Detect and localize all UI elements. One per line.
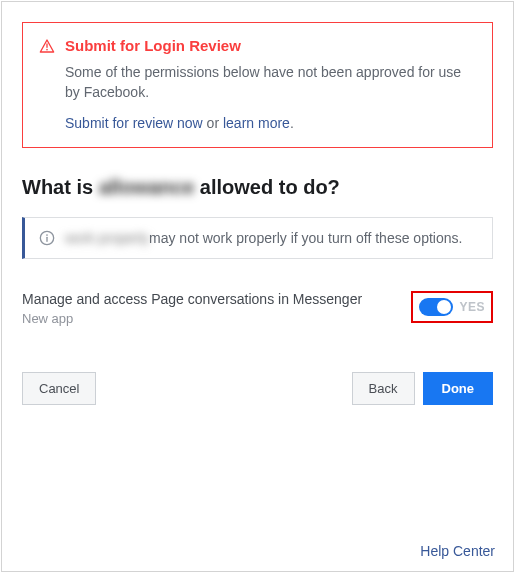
- permission-toggle[interactable]: [419, 298, 453, 316]
- toggle-highlight-box: YES: [411, 291, 493, 323]
- toggle-label: YES: [459, 300, 485, 314]
- dialog-container: Submit for Login Review Some of the perm…: [1, 1, 514, 572]
- info-text-wrap: work properlymay not work properly if yo…: [65, 230, 462, 246]
- learn-more-link[interactable]: learn more: [223, 115, 290, 131]
- alert-period: .: [290, 115, 294, 131]
- alert-header: Submit for Login Review: [39, 37, 476, 54]
- permission-row: Manage and access Page conversations in …: [22, 291, 493, 326]
- alert-or-text: or: [203, 115, 223, 131]
- info-bar: work properlymay not work properly if yo…: [22, 217, 493, 259]
- help-center-link[interactable]: Help Center: [420, 543, 495, 559]
- button-row: Cancel Back Done: [22, 372, 493, 405]
- permission-text: Manage and access Page conversations in …: [22, 291, 411, 326]
- info-blurred: work properly: [65, 230, 149, 246]
- alert-body: Some of the permissions below have not b…: [65, 62, 476, 103]
- page-heading: What is allowance allowed to do?: [22, 176, 493, 199]
- info-text: may not work properly if you turn off th…: [149, 230, 462, 246]
- submit-review-link[interactable]: Submit for review now: [65, 115, 203, 131]
- heading-appname-blurred: allowance: [99, 176, 195, 199]
- info-icon: [39, 230, 55, 246]
- warning-icon: [39, 38, 55, 54]
- heading-prefix: What is: [22, 176, 99, 198]
- button-group-right: Back Done: [352, 372, 493, 405]
- heading-suffix: allowed to do?: [200, 176, 340, 198]
- cancel-button[interactable]: Cancel: [22, 372, 96, 405]
- permission-subtitle: New app: [22, 311, 401, 326]
- svg-point-1: [46, 48, 48, 50]
- alert-title: Submit for Login Review: [65, 37, 241, 54]
- done-button[interactable]: Done: [423, 372, 494, 405]
- alert-links: Submit for review now or learn more.: [65, 115, 476, 131]
- login-review-alert: Submit for Login Review Some of the perm…: [22, 22, 493, 148]
- svg-point-3: [46, 234, 48, 236]
- back-button[interactable]: Back: [352, 372, 415, 405]
- permission-title: Manage and access Page conversations in …: [22, 291, 401, 307]
